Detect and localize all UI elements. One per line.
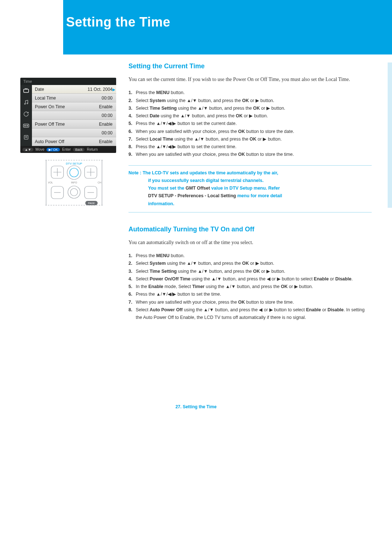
step-item: 3.Select Time Setting using the ▲/▼ butt… [128, 105, 372, 112]
remote-dtv-label: DTV SETUP [66, 162, 82, 165]
svg-point-14 [70, 189, 78, 196]
note-box: Note : The LCD-TV sets and updates the t… [128, 165, 372, 212]
svg-point-12 [70, 168, 78, 177]
page-header: Setting the Time [63, 0, 392, 54]
tv-icon [23, 87, 30, 94]
svg-point-5 [27, 125, 28, 126]
svg-point-11 [67, 166, 81, 179]
remote-diagram: DTV SETUP VOL CH INFO PAGE [43, 159, 105, 208]
step-item: 6.Press the ▲/▼/◀/▶ button to set the ti… [128, 291, 372, 298]
refresh-icon [23, 110, 30, 118]
caret-right-icon: ▶ [113, 88, 115, 92]
section2-intro: You can automatically switch on or off a… [128, 239, 372, 246]
step-item: 8.Press the ▲/▼/◀/▶ button to set the cu… [128, 143, 372, 151]
svg-point-13 [68, 186, 80, 198]
step-item: 1.Press the MENU button. [128, 252, 372, 260]
svg-rect-0 [24, 89, 29, 93]
osd-row: Local Time00:00 [32, 94, 116, 102]
osd-row: Power On TimeEnable [32, 102, 116, 111]
page-footer: 27. Setting the Time [0, 404, 392, 431]
svg-point-1 [24, 104, 25, 105]
step-item: 3.Select Time Setting using the ▲/▼ butt… [128, 268, 372, 275]
svg-point-2 [27, 103, 28, 104]
step-item: 9.When you are satisfied with your choic… [128, 151, 372, 158]
section1-title: Setting the Current Time [128, 62, 372, 70]
remote-vol-label: VOL [48, 181, 53, 184]
osd-row: 00:00 [32, 111, 116, 120]
step-item: 8.Select Auto Power Off using the ▲/▼ bu… [128, 306, 372, 322]
step-item: 5.Press the ▲/▼/◀/▶ button to set the cu… [128, 120, 372, 127]
clock-icon [23, 122, 30, 129]
remote-info-label: INFO [71, 181, 77, 184]
side-tab [388, 62, 392, 208]
section1-intro: You can set the current time. If you wis… [128, 76, 372, 83]
step-item: 2. Select System using the ▲/▼ button, a… [128, 260, 372, 267]
step-item: 7.Select Local Time using the ▲/▼ button… [128, 135, 372, 143]
page-title: Setting the Time [66, 15, 392, 30]
ok-pill-icon: ▶/ OK [46, 148, 60, 151]
step-item: 5.In the Enable mode, Select Timer using… [128, 283, 372, 291]
osd-footer: ▲▼Move ▶/ OKEnter BackReturn [20, 146, 116, 153]
section2-title: Automatically Turning the TV On and Off [128, 226, 372, 233]
list-icon [23, 134, 30, 141]
osd-left-icons [20, 85, 32, 146]
osd-time-menu: Time [20, 78, 116, 153]
osd-rows: Date11 Oct. 2004▶ Local Time00:00 Power … [32, 85, 116, 146]
osd-row: Date11 Oct. 2004▶ [32, 85, 116, 94]
osd-row: 00:00 [32, 129, 116, 137]
osd-row: Auto Power OffEnable [32, 137, 116, 146]
osd-row: Power Off TimeEnable [32, 120, 116, 129]
osd-title: Time [20, 78, 116, 85]
step-item: 7.When you are satisfied with your choic… [128, 299, 372, 306]
remote-ch-label: CH [98, 181, 101, 184]
remote-page-label: PAGE [88, 202, 95, 204]
svg-point-4 [25, 125, 26, 126]
step-item: 4.Select Power On/Off Time using the ▲/▼… [128, 275, 372, 283]
section1-steps: 1.Press the MENU button.2.Select System … [128, 89, 372, 158]
back-pill-icon: Back [73, 148, 85, 151]
music-icon [23, 99, 30, 106]
nav-pill-icon: ▲▼ [23, 148, 33, 151]
step-item: 2.Select System using the ▲/▼ button, an… [128, 97, 372, 105]
top-stripe [0, 0, 392, 5]
step-item: 6.When you are satisfied with your choic… [128, 128, 372, 135]
section2-steps: 1.Press the MENU button.2. Select System… [128, 252, 372, 321]
step-item: 4.Select Date using the ▲/▼ button, and … [128, 112, 372, 120]
step-item: 1.Press the MENU button. [128, 89, 372, 97]
